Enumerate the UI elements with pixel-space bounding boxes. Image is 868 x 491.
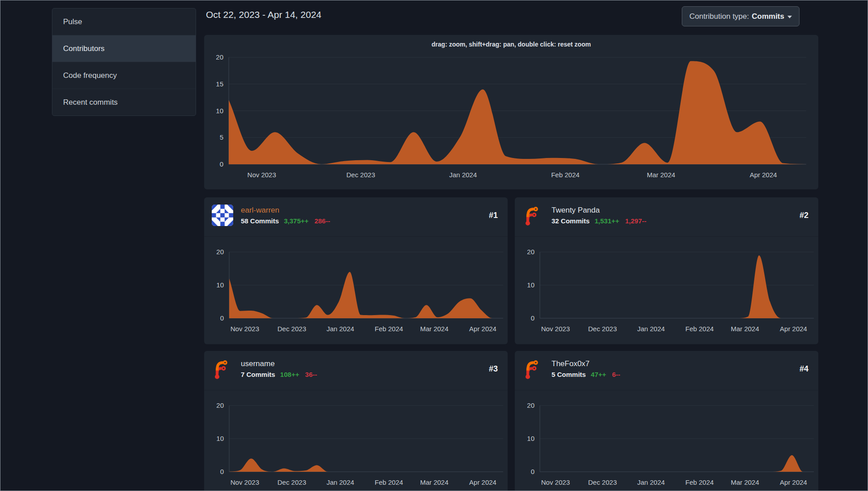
svg-text:Nov 2023: Nov 2023 xyxy=(231,325,259,333)
sidebar-item-code-frequency[interactable]: Code frequency xyxy=(52,62,196,89)
svg-text:10: 10 xyxy=(216,281,224,289)
svg-text:Mar 2024: Mar 2024 xyxy=(647,171,675,179)
contribution-type-value: Commits xyxy=(752,12,784,21)
contributor-card: username 7 Commits 108++ 36-- #3 01020No… xyxy=(204,351,508,491)
svg-text:Nov 2023: Nov 2023 xyxy=(541,325,570,333)
svg-text:0: 0 xyxy=(220,160,223,168)
svg-text:0: 0 xyxy=(531,468,534,475)
contributor-area-chart[interactable]: 01020Nov 2023Dec 2023Jan 2024Feb 2024Mar… xyxy=(204,351,508,491)
contribution-type-label: Contribution type: xyxy=(689,12,749,21)
contributor-area-chart[interactable]: 01020Nov 2023Dec 2023Jan 2024Feb 2024Mar… xyxy=(515,351,818,491)
contributors-page: Pulse Contributors Code frequency Recent… xyxy=(0,0,868,491)
svg-text:20: 20 xyxy=(216,248,224,256)
svg-text:Jan 2024: Jan 2024 xyxy=(449,171,477,179)
svg-text:10: 10 xyxy=(216,435,224,442)
svg-text:Mar 2024: Mar 2024 xyxy=(731,325,759,333)
svg-text:Jan 2024: Jan 2024 xyxy=(637,325,665,333)
contributor-card: Twenty Panda 32 Commits 1,531++ 1,297-- … xyxy=(515,197,818,344)
sidebar-item-recent-commits[interactable]: Recent commits xyxy=(52,89,196,115)
svg-text:Dec 2023: Dec 2023 xyxy=(588,478,617,486)
chevron-down-icon xyxy=(787,16,792,18)
svg-text:5: 5 xyxy=(220,133,223,141)
sidebar-menu: Pulse Contributors Code frequency Recent… xyxy=(52,8,196,116)
svg-text:Apr 2024: Apr 2024 xyxy=(780,478,807,486)
sidebar-item-label: Pulse xyxy=(63,17,82,26)
contributor-area-chart[interactable]: 01020Nov 2023Dec 2023Jan 2024Feb 2024Mar… xyxy=(515,197,818,344)
contributor-card: TheFox0x7 5 Commits 47++ 6-- #4 01020Nov… xyxy=(515,351,818,491)
main-commits-chart-panel: drag: zoom, shift+drag: pan, double clic… xyxy=(204,35,818,189)
sidebar-item-pulse[interactable]: Pulse xyxy=(52,9,196,35)
svg-text:Nov 2023: Nov 2023 xyxy=(248,171,276,179)
svg-text:Dec 2023: Dec 2023 xyxy=(588,325,617,333)
svg-text:Jan 2024: Jan 2024 xyxy=(326,325,354,333)
svg-text:Apr 2024: Apr 2024 xyxy=(469,325,496,333)
all-contributors-area-chart[interactable]: 05101520Nov 2023Dec 2023Jan 2024Feb 2024… xyxy=(204,35,818,189)
date-range-title: Oct 22, 2023 - Apr 14, 2024 xyxy=(206,9,321,20)
svg-text:Feb 2024: Feb 2024 xyxy=(375,325,403,333)
svg-text:20: 20 xyxy=(216,53,223,61)
svg-text:Apr 2024: Apr 2024 xyxy=(469,478,496,486)
sidebar-item-label: Contributors xyxy=(63,44,105,53)
svg-text:Apr 2024: Apr 2024 xyxy=(780,325,807,333)
svg-text:20: 20 xyxy=(527,248,534,256)
svg-text:0: 0 xyxy=(531,314,534,322)
svg-text:Dec 2023: Dec 2023 xyxy=(346,171,375,179)
sidebar-item-contributors[interactable]: Contributors xyxy=(52,35,196,62)
svg-text:Feb 2024: Feb 2024 xyxy=(375,478,403,486)
svg-text:Feb 2024: Feb 2024 xyxy=(685,325,714,333)
svg-text:Mar 2024: Mar 2024 xyxy=(420,325,448,333)
svg-text:0: 0 xyxy=(220,468,224,475)
svg-text:10: 10 xyxy=(527,281,534,289)
svg-text:Apr 2024: Apr 2024 xyxy=(750,171,777,179)
svg-text:0: 0 xyxy=(220,314,224,322)
sidebar-item-label: Code frequency xyxy=(63,71,117,80)
svg-text:Dec 2023: Dec 2023 xyxy=(278,325,306,333)
contribution-type-dropdown[interactable]: Contribution type: Commits xyxy=(682,6,800,26)
svg-text:Feb 2024: Feb 2024 xyxy=(551,171,579,179)
svg-text:Nov 2023: Nov 2023 xyxy=(231,478,259,486)
svg-text:Mar 2024: Mar 2024 xyxy=(420,478,448,486)
svg-text:Nov 2023: Nov 2023 xyxy=(541,478,570,486)
svg-text:10: 10 xyxy=(527,435,534,442)
svg-text:Mar 2024: Mar 2024 xyxy=(731,478,759,486)
svg-text:Feb 2024: Feb 2024 xyxy=(685,478,714,486)
svg-text:Jan 2024: Jan 2024 xyxy=(637,478,665,486)
contributor-card: earl-warren 58 Commits 3,375++ 286-- #1 … xyxy=(204,197,508,344)
contributor-area-chart[interactable]: 01020Nov 2023Dec 2023Jan 2024Feb 2024Mar… xyxy=(204,197,508,344)
svg-text:10: 10 xyxy=(216,107,223,115)
sidebar-item-label: Recent commits xyxy=(63,98,118,107)
svg-text:20: 20 xyxy=(216,401,224,409)
svg-text:Dec 2023: Dec 2023 xyxy=(278,478,306,486)
svg-text:20: 20 xyxy=(527,401,534,409)
svg-text:15: 15 xyxy=(216,80,223,88)
svg-text:Jan 2024: Jan 2024 xyxy=(326,478,354,486)
